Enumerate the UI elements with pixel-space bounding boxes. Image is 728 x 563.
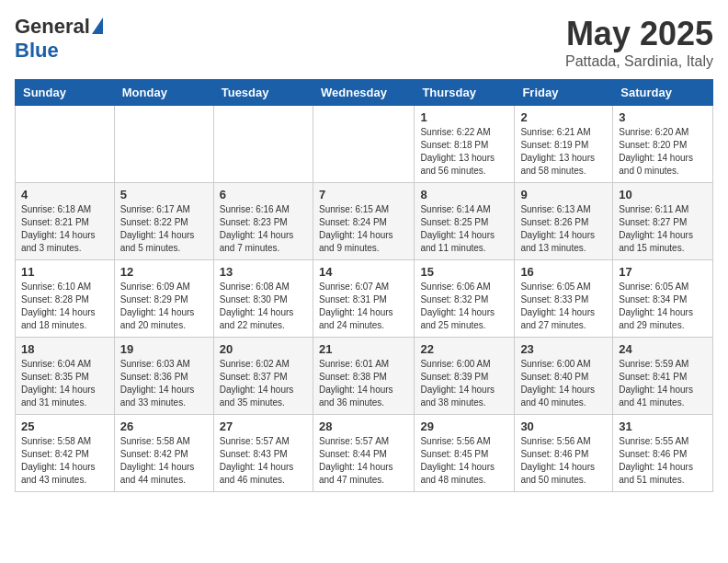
calendar-week-2: 4Sunrise: 6:18 AM Sunset: 8:21 PM Daylig… (16, 183, 713, 260)
calendar-cell: 8Sunrise: 6:14 AM Sunset: 8:25 PM Daylig… (415, 183, 515, 260)
calendar-cell: 10Sunrise: 6:11 AM Sunset: 8:27 PM Dayli… (613, 183, 713, 260)
day-number: 17 (619, 265, 707, 279)
day-info: Sunrise: 6:07 AM Sunset: 8:31 PM Dayligh… (319, 281, 408, 332)
day-number: 26 (120, 419, 208, 433)
day-number: 3 (619, 110, 707, 124)
calendar-cell: 7Sunrise: 6:15 AM Sunset: 8:24 PM Daylig… (313, 183, 414, 260)
month-title: May 2025 (565, 15, 713, 53)
day-number: 5 (120, 188, 208, 201)
day-info: Sunrise: 6:21 AM Sunset: 8:19 PM Dayligh… (520, 126, 607, 178)
title-area: May 2025 Pattada, Sardinia, Italy (565, 15, 713, 70)
day-info: Sunrise: 6:13 AM Sunset: 8:26 PM Dayligh… (520, 203, 607, 255)
calendar-cell: 29Sunrise: 5:56 AM Sunset: 8:45 PM Dayli… (415, 415, 515, 492)
day-number: 13 (220, 265, 307, 279)
day-number: 28 (319, 419, 408, 433)
day-info: Sunrise: 6:01 AM Sunset: 8:38 PM Dayligh… (319, 358, 408, 409)
day-info: Sunrise: 5:55 AM Sunset: 8:46 PM Dayligh… (619, 435, 707, 487)
day-number: 10 (619, 188, 707, 201)
day-info: Sunrise: 6:22 AM Sunset: 8:18 PM Dayligh… (420, 126, 508, 178)
logo-triangle-icon (92, 17, 103, 34)
calendar-week-1: 1Sunrise: 6:22 AM Sunset: 8:18 PM Daylig… (16, 106, 713, 183)
day-info: Sunrise: 6:08 AM Sunset: 8:30 PM Dayligh… (220, 281, 307, 332)
calendar-cell: 5Sunrise: 6:17 AM Sunset: 8:22 PM Daylig… (114, 183, 213, 260)
day-number: 20 (220, 342, 307, 356)
calendar-cell: 28Sunrise: 5:57 AM Sunset: 8:44 PM Dayli… (313, 415, 414, 492)
day-info: Sunrise: 6:05 AM Sunset: 8:34 PM Dayligh… (619, 281, 707, 332)
logo-blue-text: Blue (15, 39, 59, 63)
weekday-header-monday: Monday (114, 80, 213, 106)
calendar-cell: 13Sunrise: 6:08 AM Sunset: 8:30 PM Dayli… (213, 260, 313, 338)
day-info: Sunrise: 5:58 AM Sunset: 8:42 PM Dayligh… (21, 435, 108, 487)
day-number: 31 (619, 419, 707, 433)
day-info: Sunrise: 6:20 AM Sunset: 8:20 PM Dayligh… (619, 126, 707, 178)
day-number: 4 (21, 188, 108, 201)
day-number: 7 (319, 188, 408, 201)
calendar-cell: 27Sunrise: 5:57 AM Sunset: 8:43 PM Dayli… (213, 415, 313, 492)
calendar-table: SundayMondayTuesdayWednesdayThursdayFrid… (15, 79, 713, 492)
weekday-header-saturday: Saturday (613, 80, 713, 106)
day-number: 19 (120, 342, 208, 356)
day-number: 14 (319, 265, 408, 279)
day-info: Sunrise: 6:09 AM Sunset: 8:29 PM Dayligh… (120, 281, 208, 332)
calendar-cell: 4Sunrise: 6:18 AM Sunset: 8:21 PM Daylig… (16, 183, 115, 260)
day-info: Sunrise: 6:18 AM Sunset: 8:21 PM Dayligh… (21, 203, 108, 255)
logo-general-text: General (15, 15, 90, 39)
calendar-cell: 2Sunrise: 6:21 AM Sunset: 8:19 PM Daylig… (515, 106, 613, 183)
calendar-cell: 9Sunrise: 6:13 AM Sunset: 8:26 PM Daylig… (515, 183, 613, 260)
day-info: Sunrise: 6:17 AM Sunset: 8:22 PM Dayligh… (120, 203, 208, 255)
day-info: Sunrise: 5:56 AM Sunset: 8:45 PM Dayligh… (420, 435, 508, 487)
day-number: 12 (120, 265, 208, 279)
calendar-cell: 18Sunrise: 6:04 AM Sunset: 8:35 PM Dayli… (16, 338, 115, 415)
calendar-cell (114, 106, 213, 183)
weekday-header-thursday: Thursday (415, 80, 515, 106)
calendar-cell: 15Sunrise: 6:06 AM Sunset: 8:32 PM Dayli… (415, 260, 515, 338)
day-number: 6 (220, 188, 307, 201)
calendar-cell: 26Sunrise: 5:58 AM Sunset: 8:42 PM Dayli… (114, 415, 213, 492)
calendar-cell: 20Sunrise: 6:02 AM Sunset: 8:37 PM Dayli… (213, 338, 313, 415)
day-info: Sunrise: 6:10 AM Sunset: 8:28 PM Dayligh… (21, 281, 108, 332)
day-number: 9 (520, 188, 607, 201)
calendar-cell: 16Sunrise: 6:05 AM Sunset: 8:33 PM Dayli… (515, 260, 613, 338)
calendar-cell: 14Sunrise: 6:07 AM Sunset: 8:31 PM Dayli… (313, 260, 414, 338)
calendar-cell: 30Sunrise: 5:56 AM Sunset: 8:46 PM Dayli… (515, 415, 613, 492)
day-number: 30 (520, 419, 607, 433)
calendar-cell: 17Sunrise: 6:05 AM Sunset: 8:34 PM Dayli… (613, 260, 713, 338)
page-header: General Blue May 2025 Pattada, Sardinia,… (15, 15, 713, 70)
day-info: Sunrise: 6:03 AM Sunset: 8:36 PM Dayligh… (120, 358, 208, 409)
day-info: Sunrise: 5:58 AM Sunset: 8:42 PM Dayligh… (120, 435, 208, 487)
weekday-header-tuesday: Tuesday (213, 80, 313, 106)
day-info: Sunrise: 6:14 AM Sunset: 8:25 PM Dayligh… (420, 203, 508, 255)
day-number: 11 (21, 265, 108, 279)
calendar-cell: 3Sunrise: 6:20 AM Sunset: 8:20 PM Daylig… (613, 106, 713, 183)
location-title: Pattada, Sardinia, Italy (565, 53, 713, 70)
day-info: Sunrise: 5:59 AM Sunset: 8:41 PM Dayligh… (619, 358, 707, 409)
day-number: 25 (21, 419, 108, 433)
calendar-cell: 23Sunrise: 6:00 AM Sunset: 8:40 PM Dayli… (515, 338, 613, 415)
day-number: 15 (420, 265, 508, 279)
calendar-week-5: 25Sunrise: 5:58 AM Sunset: 8:42 PM Dayli… (16, 415, 713, 492)
calendar-cell (213, 106, 313, 183)
day-number: 24 (619, 342, 707, 356)
calendar-cell: 22Sunrise: 6:00 AM Sunset: 8:39 PM Dayli… (415, 338, 515, 415)
weekday-header-sunday: Sunday (16, 80, 115, 106)
logo: General Blue (15, 15, 103, 63)
calendar-cell: 12Sunrise: 6:09 AM Sunset: 8:29 PM Dayli… (114, 260, 213, 338)
day-info: Sunrise: 6:02 AM Sunset: 8:37 PM Dayligh… (220, 358, 307, 409)
calendar-cell (16, 106, 115, 183)
day-info: Sunrise: 6:04 AM Sunset: 8:35 PM Dayligh… (21, 358, 108, 409)
calendar-cell: 6Sunrise: 6:16 AM Sunset: 8:23 PM Daylig… (213, 183, 313, 260)
calendar-cell: 11Sunrise: 6:10 AM Sunset: 8:28 PM Dayli… (16, 260, 115, 338)
calendar-week-3: 11Sunrise: 6:10 AM Sunset: 8:28 PM Dayli… (16, 260, 713, 338)
day-number: 16 (520, 265, 607, 279)
calendar-cell: 19Sunrise: 6:03 AM Sunset: 8:36 PM Dayli… (114, 338, 213, 415)
day-number: 23 (520, 342, 607, 356)
day-number: 29 (420, 419, 508, 433)
day-info: Sunrise: 5:57 AM Sunset: 8:44 PM Dayligh… (319, 435, 408, 487)
day-info: Sunrise: 5:56 AM Sunset: 8:46 PM Dayligh… (520, 435, 607, 487)
calendar-week-4: 18Sunrise: 6:04 AM Sunset: 8:35 PM Dayli… (16, 338, 713, 415)
day-info: Sunrise: 6:00 AM Sunset: 8:40 PM Dayligh… (520, 358, 607, 409)
calendar-cell: 24Sunrise: 5:59 AM Sunset: 8:41 PM Dayli… (613, 338, 713, 415)
calendar-cell (313, 106, 414, 183)
day-info: Sunrise: 6:16 AM Sunset: 8:23 PM Dayligh… (220, 203, 307, 255)
day-info: Sunrise: 6:11 AM Sunset: 8:27 PM Dayligh… (619, 203, 707, 255)
